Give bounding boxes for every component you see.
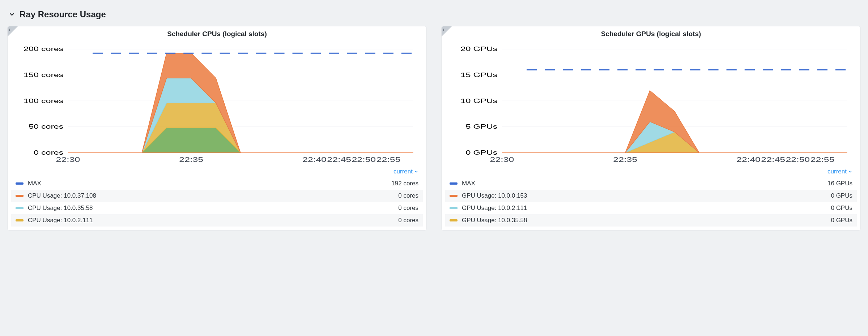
series-area [68, 128, 413, 153]
x-tick-label: 22:50 [786, 156, 810, 164]
y-tick-label: 0 cores [34, 149, 63, 156]
x-tick-label: 22:50 [352, 156, 376, 164]
x-tick-label: 22:55 [376, 156, 401, 164]
info-icon: i [9, 27, 10, 33]
legend-row[interactable]: GPU Usage: 10.0.0.1530 GPUs [445, 190, 857, 202]
y-tick-label: 20 GPUs [461, 46, 498, 52]
legend-row[interactable]: CPU Usage: 10.0.37.1080 cores [11, 190, 423, 202]
panel-title[interactable]: Scheduler GPUs (logical slots) [442, 26, 860, 40]
dashboard-panel: iScheduler GPUs (logical slots)0 GPUs5 G… [441, 26, 861, 231]
x-tick-label: 22:30 [56, 156, 80, 164]
y-tick-label: 200 cores [24, 46, 63, 52]
chart-area[interactable]: 0 GPUs5 GPUs10 GPUs15 GPUs20 GPUs22:3022… [442, 40, 860, 167]
x-tick-label: 22:40 [736, 156, 761, 164]
x-tick-label: 22:35 [613, 156, 637, 164]
legend-label: GPU Usage: 10.0.35.58 [462, 217, 831, 224]
panel-info-corner[interactable]: i [8, 26, 18, 36]
legend: MAX16 GPUsGPU Usage: 10.0.0.1530 GPUsGPU… [442, 177, 860, 230]
legend-label: CPU Usage: 10.0.2.111 [28, 217, 398, 224]
legend-value: 0 cores [398, 204, 418, 212]
legend-swatch [16, 182, 24, 185]
legend-label: GPU Usage: 10.0.0.153 [462, 192, 831, 199]
x-tick-label: 22:40 [302, 156, 327, 164]
series-area [502, 132, 847, 152]
legend-value: 192 cores [391, 180, 418, 187]
y-tick-label: 10 GPUs [461, 98, 498, 104]
legend: MAX192 coresCPU Usage: 10.0.37.1080 core… [8, 177, 426, 230]
legend-value: 16 GPUs [827, 180, 852, 187]
legend-row[interactable]: GPU Usage: 10.0.2.1110 GPUs [445, 202, 857, 214]
series-area [68, 103, 413, 153]
legend-label: CPU Usage: 10.0.35.58 [28, 204, 398, 212]
legend-row[interactable]: CPU Usage: 10.0.35.580 cores [11, 202, 423, 214]
legend-row[interactable]: CPU Usage: 10.0.2.1110 cores [11, 214, 423, 227]
legend-label: MAX [462, 180, 827, 187]
legend-label: MAX [28, 180, 391, 187]
legend-value: 0 GPUs [831, 192, 852, 199]
y-tick-label: 15 GPUs [461, 72, 498, 78]
legend-row[interactable]: MAX192 cores [11, 177, 423, 190]
section-title: Ray Resource Usage [20, 9, 106, 20]
legend-swatch [450, 182, 458, 185]
info-icon: i [443, 27, 444, 33]
x-tick-label: 22:35 [179, 156, 203, 164]
y-tick-label: 100 cores [24, 98, 63, 104]
panel-info-corner[interactable]: i [442, 26, 452, 36]
y-tick-label: 0 GPUs [466, 149, 498, 156]
legend-sort-dropdown[interactable]: current [393, 168, 418, 175]
legend-label: GPU Usage: 10.0.2.111 [462, 204, 831, 212]
chevron-down-icon [9, 11, 15, 18]
legend-swatch [16, 195, 24, 197]
chevron-down-icon [848, 169, 852, 174]
chart-area[interactable]: 0 cores50 cores100 cores150 cores200 cor… [8, 40, 426, 167]
legend-value: 0 cores [398, 192, 418, 199]
legend-sort-label: current [393, 168, 413, 175]
panel-title[interactable]: Scheduler CPUs (logical slots) [8, 26, 426, 40]
dashboard-panel: iScheduler CPUs (logical slots)0 cores50… [7, 26, 427, 231]
legend-row[interactable]: MAX16 GPUs [445, 177, 857, 190]
legend-row[interactable]: GPU Usage: 10.0.35.580 GPUs [445, 214, 857, 227]
legend-value: 0 GPUs [831, 204, 852, 212]
series-area [68, 78, 413, 153]
legend-value: 0 GPUs [831, 217, 852, 224]
x-tick-label: 22:30 [490, 156, 514, 164]
legend-swatch [450, 195, 458, 197]
legend-header: current [8, 167, 426, 177]
x-tick-label: 22:55 [810, 156, 835, 164]
x-tick-label: 22:45 [761, 156, 785, 164]
series-area [68, 53, 413, 153]
y-tick-label: 150 cores [24, 72, 63, 78]
legend-value: 0 cores [398, 217, 418, 224]
chevron-down-icon [414, 169, 418, 174]
section-toggle[interactable]: Ray Resource Usage [4, 7, 864, 26]
y-tick-label: 5 GPUs [466, 123, 498, 130]
x-tick-label: 22:45 [327, 156, 351, 164]
legend-swatch [450, 207, 458, 209]
legend-swatch [450, 219, 458, 221]
legend-header: current [442, 167, 860, 177]
legend-label: CPU Usage: 10.0.37.108 [28, 192, 398, 199]
legend-sort-label: current [827, 168, 847, 175]
legend-sort-dropdown[interactable]: current [827, 168, 852, 175]
y-tick-label: 50 cores [29, 123, 63, 130]
legend-swatch [16, 219, 24, 221]
legend-swatch [16, 207, 24, 209]
